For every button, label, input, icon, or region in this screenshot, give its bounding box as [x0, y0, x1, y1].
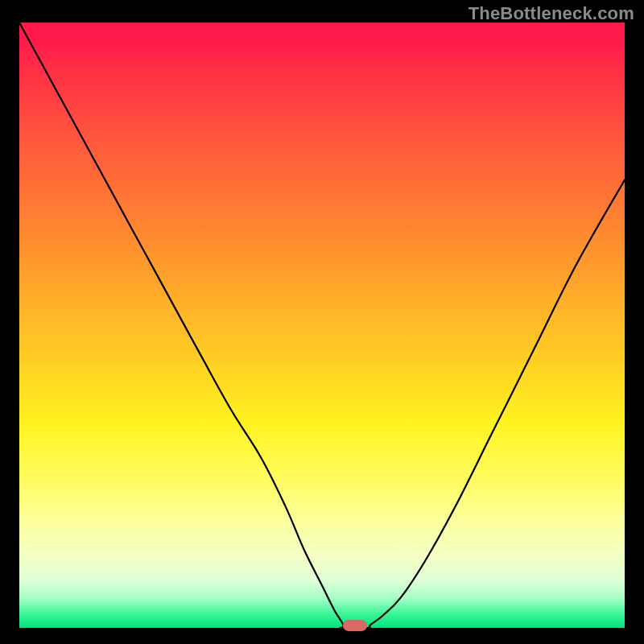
watermark-text: TheBottleneck.com: [469, 3, 634, 24]
bottleneck-curve: [19, 23, 625, 628]
optimal-marker: [343, 620, 367, 631]
chart-plot-area: [19, 23, 625, 628]
